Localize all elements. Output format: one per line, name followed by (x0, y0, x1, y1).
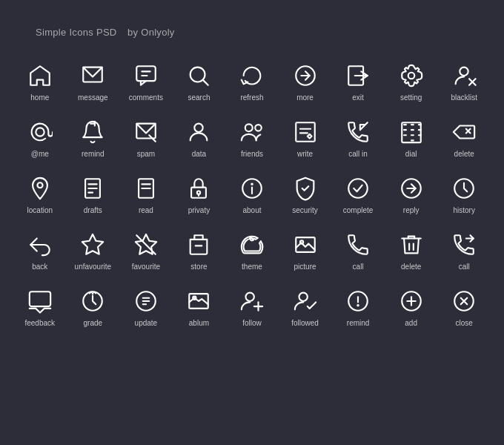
icon-about[interactable]: about (227, 168, 277, 221)
feedback-label: feedback (24, 319, 55, 328)
svg-rect-20 (296, 122, 315, 142)
icon-complete[interactable]: complete (333, 168, 383, 221)
search-label: search (188, 93, 210, 102)
store-label: store (190, 263, 207, 271)
home-label: home (30, 93, 49, 102)
svg-rect-1 (136, 66, 156, 81)
icon-delete-backspace[interactable]: delete (439, 111, 489, 165)
message-icon (79, 62, 106, 89)
icon-theme[interactable]: theme (227, 224, 277, 277)
icon-back[interactable]: back (15, 224, 65, 277)
icon-more[interactable]: more (280, 55, 331, 108)
back-icon (27, 231, 53, 258)
icon-follow[interactable]: follow (227, 280, 277, 334)
icon-store[interactable]: store (174, 224, 225, 277)
icon-grade[interactable]: grade (68, 280, 119, 334)
svg-point-37 (37, 182, 42, 188)
remind-label: remind (82, 150, 105, 159)
favourite-icon (133, 231, 159, 258)
icon-comments[interactable]: comments (121, 55, 171, 108)
atme-label: @me (31, 150, 49, 159)
remind2-label: remind (347, 319, 370, 328)
back-label: back (32, 263, 47, 271)
write-icon (292, 119, 319, 145)
svg-point-10 (408, 73, 414, 79)
blacklist-icon (451, 62, 477, 89)
svg-rect-62 (30, 291, 50, 306)
icon-location[interactable]: location (15, 168, 65, 221)
icon-feedback[interactable]: feedback (15, 280, 65, 334)
icon-home[interactable]: home (15, 55, 65, 108)
icon-dial[interactable]: dial (386, 111, 437, 165)
privacy-label: privaty (188, 206, 210, 215)
ablum-label: ablum (189, 319, 209, 328)
icon-picture[interactable]: picture (280, 224, 331, 277)
icon-update[interactable]: update (121, 280, 171, 334)
icon-remind2[interactable]: remind (333, 280, 383, 334)
call2-icon (451, 231, 477, 258)
remind-icon (79, 119, 106, 145)
spam-icon (133, 119, 159, 145)
svg-point-64 (92, 293, 94, 295)
icon-delete-trash[interactable]: delete (386, 224, 437, 277)
icon-remind[interactable]: remind (68, 111, 119, 165)
icon-security[interactable]: security (280, 168, 331, 221)
dial-icon (398, 119, 425, 145)
svg-line-5 (204, 80, 208, 85)
complete-icon (345, 175, 371, 202)
follow-label: follow (242, 319, 262, 328)
theme-icon (239, 231, 265, 258)
about-label: about (242, 206, 261, 215)
icon-search[interactable]: search (174, 55, 225, 108)
icon-refresh[interactable]: refresh (227, 55, 277, 108)
icon-followed[interactable]: followed (280, 280, 331, 334)
icon-write[interactable]: write (280, 111, 331, 165)
icon-ablum[interactable]: ablum (174, 280, 225, 334)
svg-point-19 (255, 125, 262, 131)
drafts-label: drafts (84, 206, 102, 215)
header: Simple Icons PSD by Onlyoly (0, 0, 504, 47)
friends-icon (239, 119, 265, 145)
picture-label: picture (294, 263, 316, 271)
icon-unfavourite[interactable]: unfavourite (68, 224, 119, 277)
icon-exit[interactable]: exit (333, 55, 383, 108)
icon-atme[interactable]: @me (15, 111, 65, 165)
svg-point-18 (245, 124, 253, 131)
close-label: close (456, 319, 473, 328)
more-label: more (296, 93, 314, 102)
icon-friends[interactable]: friends (227, 111, 277, 165)
icon-favourite[interactable]: favourite (121, 224, 171, 277)
icon-spam[interactable]: spam (121, 111, 171, 165)
delete-backspace-label: delete (454, 150, 474, 159)
blacklist-label: blacklist (451, 93, 477, 102)
icon-drafts[interactable]: drafts (68, 168, 119, 221)
drafts-icon (79, 175, 106, 202)
icon-blacklist[interactable]: blacklist (439, 55, 489, 108)
icon-privacy[interactable]: privaty (174, 168, 225, 221)
icon-read[interactable]: read (121, 168, 171, 221)
unfavourite-icon (79, 231, 106, 258)
icon-data[interactable]: data (174, 111, 225, 165)
more-icon (292, 62, 319, 89)
icon-close[interactable]: close (439, 280, 489, 334)
history-label: history (453, 206, 474, 215)
icon-add[interactable]: add (386, 280, 437, 334)
icon-call[interactable]: call (333, 224, 383, 277)
icon-history[interactable]: history (439, 168, 489, 221)
icon-callin[interactable]: call in (333, 111, 383, 165)
setting-label: setting (400, 93, 422, 102)
call-label: call (353, 263, 364, 271)
svg-marker-55 (82, 234, 103, 254)
read-label: read (139, 206, 153, 215)
about-icon (239, 175, 265, 202)
reply-label: reply (403, 206, 420, 215)
icon-call2[interactable]: call (439, 224, 489, 277)
reply-icon (398, 175, 425, 202)
icon-reply[interactable]: reply (386, 168, 437, 221)
history-icon (451, 175, 477, 202)
page-title: Simple Icons PSD by Onlyoly (30, 21, 474, 40)
svg-point-50 (251, 184, 252, 185)
icon-setting[interactable]: setting (386, 55, 437, 108)
icon-message[interactable]: message (68, 55, 119, 108)
followed-label: followed (291, 319, 319, 328)
